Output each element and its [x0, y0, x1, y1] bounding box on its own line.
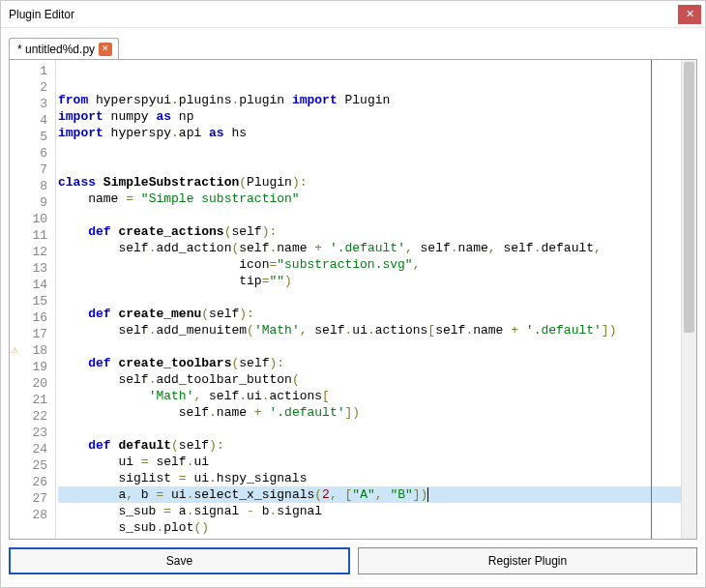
code-line[interactable]: 'Math', self.ui.actions[	[58, 388, 681, 404]
line-number: 6	[10, 145, 55, 162]
line-number: 14	[10, 277, 55, 293]
line-number: 25	[10, 457, 55, 474]
code-line[interactable]: def create_actions(self):	[58, 223, 681, 240]
line-number: 4	[10, 112, 55, 129]
window-title: Plugin Editor	[9, 8, 74, 21]
code-editor[interactable]: from hyperspyui.plugins.plugin import Pl…	[56, 60, 681, 539]
line-number: 19	[10, 359, 55, 375]
code-line[interactable]	[58, 207, 681, 223]
save-button[interactable]: Save	[9, 547, 350, 574]
code-line[interactable]	[58, 158, 681, 174]
bottom-button-bar: Save Register Plugin	[1, 540, 705, 582]
code-line[interactable]: ui = self.ui	[58, 454, 681, 470]
code-line[interactable]	[58, 289, 681, 306]
line-number: 26	[10, 474, 55, 490]
code-line[interactable]: def default(self):	[58, 437, 681, 454]
code-line[interactable]: self.add_toolbar_button(	[58, 371, 681, 388]
tab-close-icon[interactable]: ✕	[99, 43, 112, 56]
line-number: 11	[10, 227, 55, 244]
line-number: 8	[10, 178, 55, 194]
code-line[interactable]: from hyperspyui.plugins.plugin import Pl…	[58, 92, 681, 108]
code-line[interactable]: icon="substraction.svg",	[58, 256, 681, 273]
code-line[interactable]	[58, 536, 681, 539]
titlebar: Plugin Editor ✕	[1, 1, 705, 28]
code-line[interactable]: tip="")	[58, 273, 681, 289]
line-number: 28	[10, 507, 55, 523]
tab-untitled[interactable]: * untitled%d.py ✕	[9, 38, 119, 59]
line-number: 5	[10, 129, 55, 145]
line-number-gutter: 1234567891011121314151617181920212223242…	[10, 60, 56, 539]
line-number: 22	[10, 408, 55, 425]
column-ruler	[651, 60, 652, 539]
editor-frame: 1234567891011121314151617181920212223242…	[9, 59, 697, 540]
line-number: 12	[10, 244, 55, 260]
line-number: 10	[10, 211, 55, 227]
line-number: 18	[10, 342, 55, 359]
code-line[interactable]: s_sub.plot()	[58, 519, 681, 536]
code-line[interactable]: siglist = ui.hspy_signals	[58, 470, 681, 486]
line-number: 27	[10, 490, 55, 507]
line-number: 16	[10, 309, 55, 326]
code-line[interactable]: self.name + '.default'])	[58, 404, 681, 421]
close-button[interactable]: ✕	[678, 5, 701, 24]
line-number: 3	[10, 96, 55, 112]
code-line[interactable]: class SimpleSubstraction(Plugin):	[58, 174, 681, 191]
code-line[interactable]: name = "Simple substraction"	[58, 191, 681, 207]
code-line[interactable]: def create_menu(self):	[58, 306, 681, 322]
code-line[interactable]: import hyperspy.api as hs	[58, 125, 681, 141]
line-number: 7	[10, 162, 55, 178]
code-line[interactable]: s_sub = a.signal - b.signal	[58, 503, 681, 519]
line-number: 24	[10, 441, 55, 457]
code-line[interactable]: self.add_action(self.name + '.default', …	[58, 240, 681, 256]
code-line[interactable]	[58, 141, 681, 158]
line-number: 21	[10, 392, 55, 408]
register-plugin-button[interactable]: Register Plugin	[358, 547, 697, 574]
line-number: 17	[10, 326, 55, 342]
code-line[interactable]	[58, 421, 681, 437]
line-number: 23	[10, 425, 55, 441]
line-number: 13	[10, 260, 55, 277]
code-line[interactable]	[58, 338, 681, 355]
line-number: 15	[10, 293, 55, 309]
line-number: 20	[10, 375, 55, 392]
code-line[interactable]: def create_toolbars(self):	[58, 355, 681, 371]
code-line[interactable]: self.add_menuitem('Math', self.ui.action…	[58, 322, 681, 338]
vertical-scrollbar[interactable]	[681, 60, 696, 539]
tab-label: * untitled%d.py	[17, 43, 95, 56]
tabbar: * untitled%d.py ✕	[1, 28, 705, 59]
line-number: 9	[10, 194, 55, 211]
code-line[interactable]: import numpy as np	[58, 108, 681, 125]
code-line[interactable]: a, b = ui.select_x_signals(2, ["A", "B"]…	[58, 486, 681, 503]
line-number: 2	[10, 79, 55, 96]
scrollbar-thumb[interactable]	[684, 62, 694, 333]
line-number: 1	[10, 63, 55, 79]
